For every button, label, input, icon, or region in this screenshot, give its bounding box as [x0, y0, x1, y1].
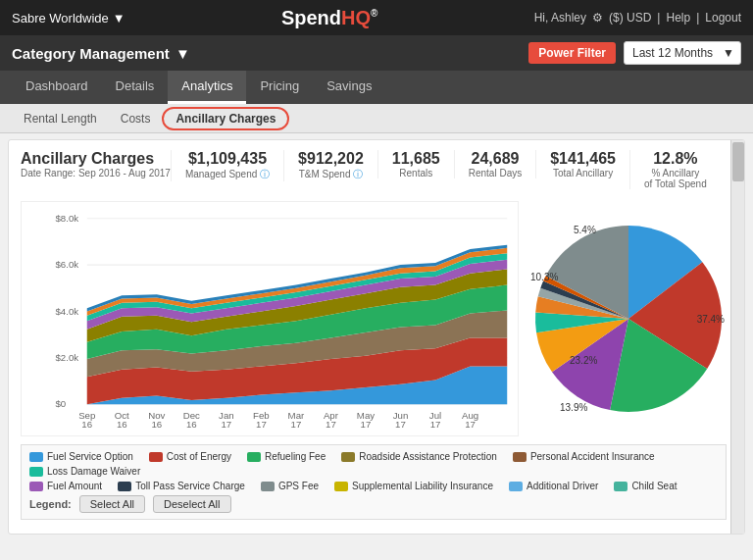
pie-chart-area: 37.4% 23.2% 13.9% 10.3% 5.4% [530, 201, 727, 436]
legend-swatch-personal-accident [513, 452, 527, 462]
x-label-feb17b: 17 [256, 419, 267, 430]
legend-label-toll-pass: Toll Pass Service Charge [135, 481, 245, 491]
tab-ancillary-charges[interactable]: Ancillary Charges [162, 107, 289, 130]
legend-swatch-roadside [341, 452, 355, 462]
x-label-oct16b: 16 [117, 419, 127, 430]
legend-label-personal-accident: Personal Accident Insurance [530, 451, 655, 462]
logo-hq: HQ [341, 7, 371, 28]
rentals-label: Rentals [392, 168, 440, 178]
tab-analytics[interactable]: Analytics [168, 71, 246, 104]
x-label-jul17b: 17 [430, 419, 441, 430]
stat-rental-days: 24,689 Rental Days [454, 150, 535, 178]
sub-nav: Rental Length Costs Ancillary Charges [0, 104, 753, 133]
legend-label-supplemental: Supplemental Liability Insurance [352, 481, 493, 491]
page-title: Ancillary Charges [21, 150, 171, 168]
power-filter-button[interactable]: Power Filter [528, 42, 616, 64]
stat-managed-spend: $1,109,435 Managed Spend ⓘ [171, 150, 283, 181]
legend-item-toll-pass: Toll Pass Service Charge [118, 481, 245, 491]
legend-label-loss-damage: Loss Damage Waiver [47, 466, 140, 477]
y-label-2k: $2.0k [55, 352, 78, 363]
legend-area: Fuel Service Option Cost of Energy Refue… [21, 444, 727, 520]
chart-container: $8.0k $6.0k $4.0k $2.0k $0 [21, 201, 727, 436]
company-label: Sabre Worldwide [12, 11, 109, 25]
logo-reg: ® [371, 8, 377, 19]
x-label-sep16b: 16 [81, 419, 92, 430]
period-dropdown[interactable]: Last 12 Months ▼ [624, 41, 741, 65]
company-name[interactable]: Sabre Worldwide ▼ [12, 11, 126, 25]
stat-rentals: 11,685 Rentals [377, 150, 454, 178]
top-bar-right: Hi, Ashley ⚙ ($) USD | Help | Logout [534, 11, 741, 25]
tab-rental-length[interactable]: Rental Length [12, 107, 109, 130]
legend-label-refueling: Refueling Fee [265, 451, 326, 462]
scrollbar[interactable] [730, 140, 744, 534]
x-label-dec16b: 16 [186, 419, 197, 430]
legend-item-child-seat: Child Seat [614, 481, 677, 491]
pie-chart-svg [535, 226, 722, 412]
x-label-jan17b: 17 [221, 419, 231, 430]
legend-item-personal-accident: Personal Accident Insurance [513, 451, 655, 462]
legend-swatch-cost-energy [149, 452, 163, 462]
power-filter-area: Power Filter Last 12 Months ▼ [528, 41, 741, 65]
legend-label: Legend: [29, 498, 72, 510]
tm-spend-value: $912,202 [298, 150, 364, 168]
legend-label-cost-energy: Cost of Energy [167, 451, 231, 462]
legend-swatch-toll-pass [118, 482, 131, 491]
y-label-0: $0 [55, 398, 66, 409]
legend-swatch-additional-driver [509, 482, 523, 491]
user-greeting: Hi, Ashley [534, 11, 586, 25]
tab-savings[interactable]: Savings [313, 71, 385, 104]
help-link[interactable]: Help [666, 11, 690, 25]
y-label-6k: $6.0k [55, 259, 78, 270]
x-label-aug17b: 17 [465, 419, 476, 430]
main-nav: Dashboard Details Analytics Pricing Savi… [0, 71, 753, 104]
area-chart: $8.0k $6.0k $4.0k $2.0k $0 [21, 201, 519, 436]
legend-label-child-seat: Child Seat [631, 481, 677, 491]
x-label-jun17b: 17 [395, 419, 406, 430]
category-title: Category Management [12, 45, 170, 62]
legend-item-supplemental: Supplemental Liability Insurance [334, 481, 493, 491]
stats-header: Ancillary Charges Date Range: Sep 2016 -… [21, 150, 727, 189]
page-title-area: Ancillary Charges Date Range: Sep 2016 -… [21, 150, 171, 178]
tab-details[interactable]: Details [102, 71, 169, 104]
legend-label-fuel-service: Fuel Service Option [47, 451, 133, 462]
y-label-4k: $4.0k [55, 306, 78, 317]
content-area: Ancillary Charges Date Range: Sep 2016 -… [8, 139, 745, 535]
period-label: Last 12 Months [632, 46, 713, 60]
logout-link[interactable]: Logout [705, 11, 741, 25]
legend-item-gps: GPS Fee [261, 481, 319, 491]
legend-item-refueling: Refueling Fee [247, 451, 326, 462]
currency-label[interactable]: ($) USD [609, 11, 651, 25]
separator2: | [696, 11, 699, 25]
total-ancillary-label: Total Ancillary [550, 168, 616, 178]
category-chevron[interactable]: ▼ [176, 45, 190, 62]
sub-header: Category Management ▼ Power Filter Last … [0, 35, 753, 71]
managed-spend-info[interactable]: ⓘ [260, 169, 270, 179]
scroll-thumb[interactable] [732, 142, 744, 181]
legend-label-additional-driver: Additional Driver [527, 481, 598, 491]
legend-controls: Legend: Select All Deselect All [29, 495, 718, 513]
legend-item-fuel-service: Fuel Service Option [29, 451, 133, 462]
y-label-8k: $8.0k [55, 213, 78, 224]
tm-spend-label: T&M Spend ⓘ [298, 168, 364, 181]
logo-spend: Spend [281, 7, 341, 28]
x-label-mar17b: 17 [291, 419, 302, 430]
rental-days-value: 24,689 [469, 150, 522, 168]
legend-item-additional-driver: Additional Driver [509, 481, 598, 491]
legend-row-2: Fuel Amount Toll Pass Service Charge GPS… [29, 481, 718, 491]
legend-swatch-child-seat [614, 482, 628, 491]
date-range: Date Range: Sep 2016 - Aug 2017 [21, 168, 171, 178]
stat-total-ancillary: $141,465 Total Ancillary [535, 150, 629, 178]
gear-icon[interactable]: ⚙ [592, 11, 603, 25]
tab-dashboard[interactable]: Dashboard [12, 71, 102, 104]
company-chevron: ▼ [113, 11, 126, 25]
tm-spend-info[interactable]: ⓘ [353, 169, 363, 179]
legend-swatch-refueling [247, 452, 261, 462]
select-all-button[interactable]: Select All [79, 495, 145, 513]
deselect-all-button[interactable]: Deselect All [153, 495, 230, 513]
top-bar: Sabre Worldwide ▼ SpendHQ® Hi, Ashley ⚙ … [0, 0, 753, 35]
tab-costs[interactable]: Costs [109, 107, 163, 130]
tab-pricing[interactable]: Pricing [246, 71, 313, 104]
legend-item-cost-energy: Cost of Energy [149, 451, 231, 462]
pct-ancillary-value: 12.8% [644, 150, 707, 168]
legend-label-fuel-amount: Fuel Amount [47, 481, 102, 491]
